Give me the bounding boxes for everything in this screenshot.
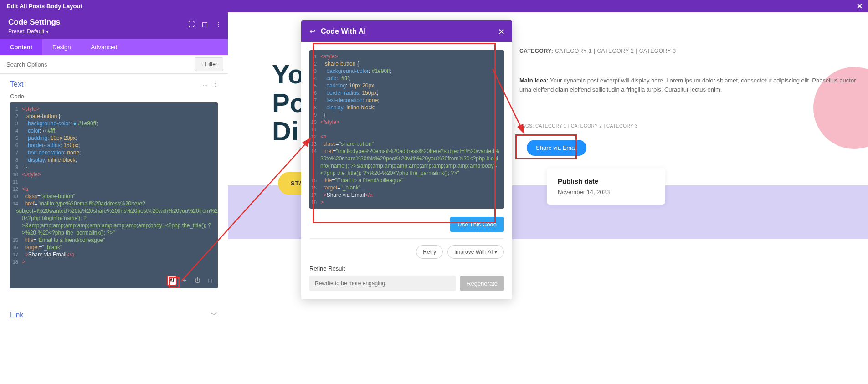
- tab-design[interactable]: Design: [42, 39, 81, 55]
- settings-panel: Code Settings Preset: Default ▾ ⛶ ◫ ⋮ Co…: [0, 12, 228, 384]
- ai-modal-title: Code With AI: [321, 27, 366, 36]
- expand-icon[interactable]: ⛶: [188, 20, 195, 28]
- section-link-title: Link: [10, 311, 23, 319]
- more-icon[interactable]: ⋮: [215, 20, 221, 28]
- section-text-title: Text: [10, 80, 23, 88]
- code-field-label: Code: [0, 93, 228, 102]
- tags-meta: TAGS: CATEGORY 1 | CATEGORY 2 | CATEGORY…: [519, 123, 637, 128]
- section-more-icon[interactable]: ⋮: [212, 81, 218, 88]
- category-meta: CATEGORY: CATEGORY 1 | CATEGORY 2 | CATE…: [519, 48, 862, 54]
- post-excerpt: Main Idea: Your dynamic post excerpt wil…: [519, 76, 862, 94]
- code-editor[interactable]: 1<style>2 .share-button {3 background-co…: [10, 102, 218, 288]
- window-title: Edit All Posts Body Layout: [7, 3, 82, 10]
- close-icon[interactable]: ✕: [857, 2, 863, 10]
- publish-card: Publish date November 14, 2023: [547, 168, 665, 205]
- publish-label: Publish date: [558, 177, 654, 185]
- hero-title: Yo Po Di: [272, 60, 306, 146]
- share-via-email-button[interactable]: Share via Email: [527, 140, 586, 156]
- add-icon[interactable]: +: [180, 276, 190, 286]
- sort-icon[interactable]: ↑↓: [205, 276, 215, 286]
- preset-selector[interactable]: Preset: Default ▾: [8, 28, 220, 35]
- back-icon[interactable]: ↩: [309, 27, 315, 36]
- retry-button[interactable]: Retry: [416, 245, 443, 259]
- use-this-code-button[interactable]: Use This Code: [450, 217, 504, 232]
- power-icon[interactable]: ⏻: [192, 276, 202, 286]
- settings-tabs: Content Design Advanced: [0, 39, 228, 55]
- settings-header: Code Settings Preset: Default ▾ ⛶ ◫ ⋮: [0, 12, 228, 39]
- ai-button[interactable]: AI: [167, 276, 177, 286]
- tab-content[interactable]: Content: [0, 39, 42, 55]
- expand-link-icon[interactable]: ﹀: [211, 310, 218, 320]
- refine-input[interactable]: [309, 276, 456, 291]
- filter-button[interactable]: + Filter: [195, 57, 223, 71]
- collapse-icon[interactable]: ︿: [202, 81, 208, 88]
- ai-close-icon[interactable]: ✕: [498, 27, 505, 37]
- refine-label: Refine Result: [301, 265, 512, 276]
- window-header: Edit All Posts Body Layout ✕: [0, 0, 868, 12]
- regenerate-button[interactable]: Regenerate: [460, 276, 504, 291]
- tab-advanced[interactable]: Advanced: [81, 39, 128, 55]
- ai-modal: ↩ Code With AI ✕ 1<style>2 .share-button…: [301, 20, 512, 299]
- search-input[interactable]: [0, 56, 195, 72]
- dock-icon[interactable]: ◫: [202, 20, 208, 28]
- ai-code-block[interactable]: 1<style>2 .share-button {3 background-co…: [309, 50, 504, 209]
- publish-date-value: November 14, 2023: [558, 189, 654, 195]
- improve-with-ai-button[interactable]: Improve With AI ▾: [447, 245, 504, 259]
